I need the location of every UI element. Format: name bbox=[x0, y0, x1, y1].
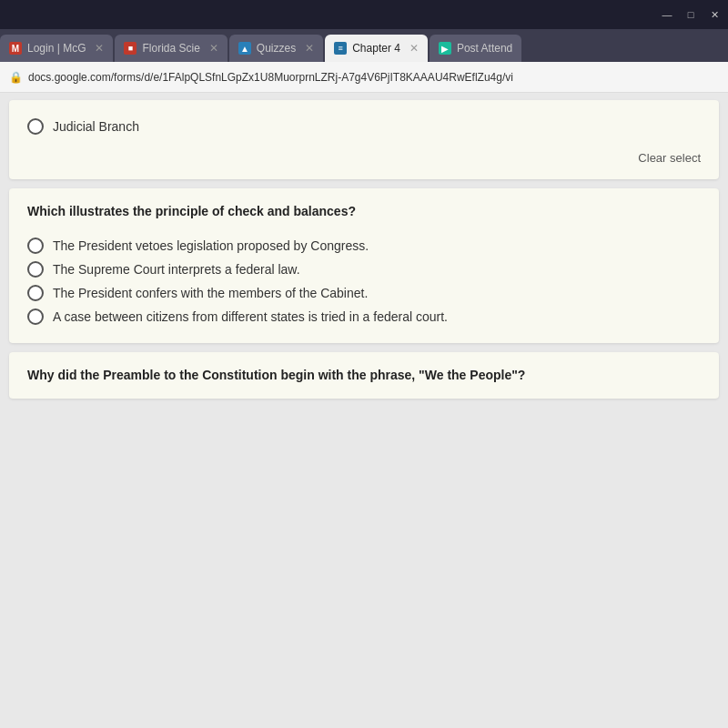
restore-button[interactable]: □ bbox=[684, 8, 697, 21]
tab-icon-mcg: M bbox=[9, 42, 22, 55]
radio-label-1: The President vetoes legislation propose… bbox=[53, 238, 369, 253]
lock-icon: 🔒 bbox=[9, 71, 23, 84]
radio-label-3: The President confers with the members o… bbox=[53, 286, 368, 300]
tab-close-quizzes[interactable]: ✕ bbox=[305, 42, 314, 55]
second-card: Which illustrates the principle of check… bbox=[9, 188, 719, 343]
tab-close-florida[interactable]: ✕ bbox=[209, 42, 218, 55]
radio-circle-4[interactable] bbox=[27, 308, 44, 325]
tab-label-florida: Florida Scie bbox=[142, 42, 199, 55]
radio-circle-2[interactable] bbox=[27, 261, 44, 278]
radio-option-4[interactable]: A case between citizens from different s… bbox=[27, 305, 701, 329]
tab-florida[interactable]: ■ Florida Scie ✕ bbox=[115, 35, 227, 62]
tab-label-quizzes: Quizzes bbox=[257, 42, 296, 55]
tab-close-chapter4[interactable]: ✕ bbox=[410, 42, 419, 55]
radio-label-2: The Supreme Court interprets a federal l… bbox=[53, 262, 300, 277]
third-card: Why did the Preamble to the Constitution… bbox=[9, 352, 719, 399]
radio-circle-judicial[interactable] bbox=[27, 118, 44, 135]
tab-label-mcg: Login | McG bbox=[27, 42, 86, 55]
radio-option-judicial[interactable]: Judicial Branch bbox=[27, 115, 701, 138]
tab-icon-quizzes: ▲ bbox=[238, 42, 251, 55]
question-preamble: Why did the Preamble to the Constitution… bbox=[27, 367, 701, 385]
tab-label-chapter4: Chapter 4 bbox=[352, 42, 400, 55]
radio-option-1[interactable]: The President vetoes legislation propose… bbox=[27, 234, 701, 258]
url-display[interactable]: docs.google.com/forms/d/e/1FAlpQLSfnLGpZ… bbox=[28, 71, 719, 84]
radio-label-4: A case between citizens from different s… bbox=[53, 309, 448, 324]
clear-selection[interactable]: Clear select bbox=[27, 146, 701, 165]
first-card: Judicial Branch Clear select bbox=[9, 100, 719, 179]
tab-bar: M Login | McG ✕ ■ Florida Scie ✕ ▲ Quizz… bbox=[0, 29, 728, 62]
title-bar: — □ ✕ bbox=[0, 0, 728, 29]
question-checks-balances: Which illustrates the principle of check… bbox=[27, 203, 701, 221]
tab-mcg[interactable]: M Login | McG ✕ bbox=[0, 35, 113, 62]
radio-option-2[interactable]: The Supreme Court interprets a federal l… bbox=[27, 258, 701, 281]
tab-chapter4[interactable]: ≡ Chapter 4 ✕ bbox=[325, 35, 428, 62]
close-button[interactable]: ✕ bbox=[708, 8, 721, 21]
radio-circle-3[interactable] bbox=[27, 285, 44, 301]
tab-close-mcg[interactable]: ✕ bbox=[95, 42, 104, 55]
tab-quizzes[interactable]: ▲ Quizzes ✕ bbox=[229, 35, 323, 62]
radio-circle-1[interactable] bbox=[27, 238, 44, 254]
tab-icon-florida: ■ bbox=[124, 42, 136, 55]
tab-post[interactable]: ▶ Post Attend bbox=[430, 35, 521, 62]
address-bar: 🔒 docs.google.com/forms/d/e/1FAlpQLSfnLG… bbox=[0, 62, 728, 93]
page-content: Judicial Branch Clear select Which illus… bbox=[0, 93, 728, 728]
radio-label-judicial: Judicial Branch bbox=[53, 119, 139, 134]
radio-option-3[interactable]: The President confers with the members o… bbox=[27, 281, 701, 305]
minimize-button[interactable]: — bbox=[661, 8, 673, 21]
tab-label-post: Post Attend bbox=[457, 42, 512, 55]
tab-icon-post: ▶ bbox=[439, 42, 451, 55]
tab-icon-chapter4: ≡ bbox=[334, 42, 347, 55]
